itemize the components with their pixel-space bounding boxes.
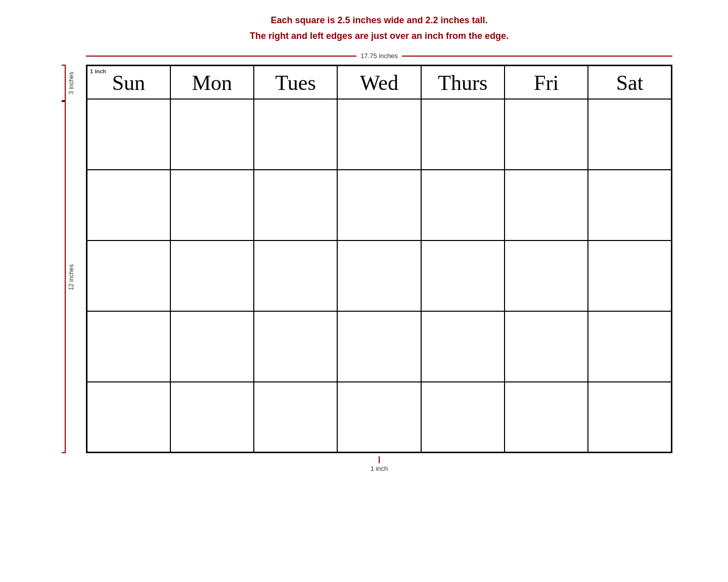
cell-tue-2 bbox=[254, 170, 337, 240]
cell-thu-3 bbox=[421, 240, 505, 311]
cell-tue-1 bbox=[254, 99, 337, 170]
cell-sun-1 bbox=[87, 99, 170, 170]
header-sun: 1 inch Sun bbox=[87, 66, 170, 99]
cell-sun-2 bbox=[87, 170, 170, 240]
table-row bbox=[87, 240, 672, 311]
table-row bbox=[87, 311, 672, 382]
day-wed: Wed bbox=[360, 71, 398, 94]
header-tue: Tues bbox=[254, 66, 337, 99]
cell-sat-3 bbox=[588, 240, 671, 311]
cell-tue-3 bbox=[254, 240, 337, 311]
header-thu: Thurs bbox=[421, 66, 505, 99]
table-row bbox=[87, 382, 672, 453]
cell-sun-4 bbox=[87, 311, 170, 382]
cell-thu-1 bbox=[421, 99, 505, 170]
twelve-inch-label: 12 inches bbox=[68, 264, 75, 290]
cell-thu-2 bbox=[421, 170, 505, 240]
width-label: 17.75 inches bbox=[356, 52, 402, 60]
day-tue: Tues bbox=[276, 71, 316, 94]
bottom-tick-line bbox=[379, 456, 380, 463]
cell-sun-5 bbox=[87, 382, 170, 453]
cell-wed-2 bbox=[337, 170, 421, 240]
cell-thu-5 bbox=[421, 382, 505, 453]
header-fri: Fri bbox=[505, 66, 588, 99]
cell-wed-4 bbox=[337, 311, 421, 382]
header-mon: Mon bbox=[170, 66, 254, 99]
three-inch-bracket: 3 inches bbox=[56, 65, 86, 101]
cell-sat-2 bbox=[588, 170, 671, 240]
bottom-inch-label: 1 inch bbox=[371, 465, 388, 472]
day-sun: Sun bbox=[112, 71, 145, 94]
cell-sat-1 bbox=[588, 99, 671, 170]
calendar-table: 1 inch Sun Mon Tues Wed Th bbox=[86, 65, 672, 453]
header-sat: Sat bbox=[588, 66, 671, 99]
cell-sat-5 bbox=[588, 382, 671, 453]
day-fri: Fri bbox=[534, 71, 559, 94]
cell-wed-5 bbox=[337, 382, 421, 453]
cell-fri-4 bbox=[505, 311, 588, 382]
cell-thu-4 bbox=[421, 311, 505, 382]
main-content-row: 3 inches 12 inches bbox=[56, 65, 672, 453]
cell-tue-4 bbox=[254, 311, 337, 382]
table-row bbox=[87, 99, 672, 170]
info-text-area: Each square is 2.5 inches wide and 2.2 i… bbox=[56, 10, 672, 50]
width-annotation: 17.75 inches bbox=[56, 50, 672, 62]
day-mon: Mon bbox=[192, 71, 232, 94]
cell-wed-3 bbox=[337, 240, 421, 311]
cell-tue-5 bbox=[254, 382, 337, 453]
cell-fri-3 bbox=[505, 240, 588, 311]
calendar-area: 1 inch Sun Mon Tues Wed Th bbox=[86, 65, 672, 453]
cell-mon-2 bbox=[170, 170, 254, 240]
day-sat: Sat bbox=[616, 71, 644, 94]
bottom-annotation: 1 inch bbox=[56, 456, 672, 472]
sun-inch-note: 1 inch bbox=[90, 68, 106, 74]
info-line1: Each square is 2.5 inches wide and 2.2 i… bbox=[270, 15, 487, 26]
cell-fri-2 bbox=[505, 170, 588, 240]
cell-fri-1 bbox=[505, 99, 588, 170]
cell-mon-5 bbox=[170, 382, 254, 453]
cell-sat-4 bbox=[588, 311, 671, 382]
header-wed: Wed bbox=[337, 66, 421, 99]
cell-wed-1 bbox=[337, 99, 421, 170]
three-inch-label: 3 inches bbox=[68, 72, 75, 94]
twelve-inch-bracket: 12 inches bbox=[56, 101, 86, 453]
cell-fri-5 bbox=[505, 382, 588, 453]
cell-mon-1 bbox=[170, 99, 254, 170]
cell-mon-3 bbox=[170, 240, 254, 311]
left-annotations: 3 inches 12 inches bbox=[56, 65, 86, 453]
cell-mon-4 bbox=[170, 311, 254, 382]
cell-sun-3 bbox=[87, 240, 170, 311]
info-line2: The right and left edges are just over a… bbox=[250, 31, 509, 41]
day-thu: Thurs bbox=[438, 71, 487, 94]
table-row bbox=[87, 170, 672, 240]
